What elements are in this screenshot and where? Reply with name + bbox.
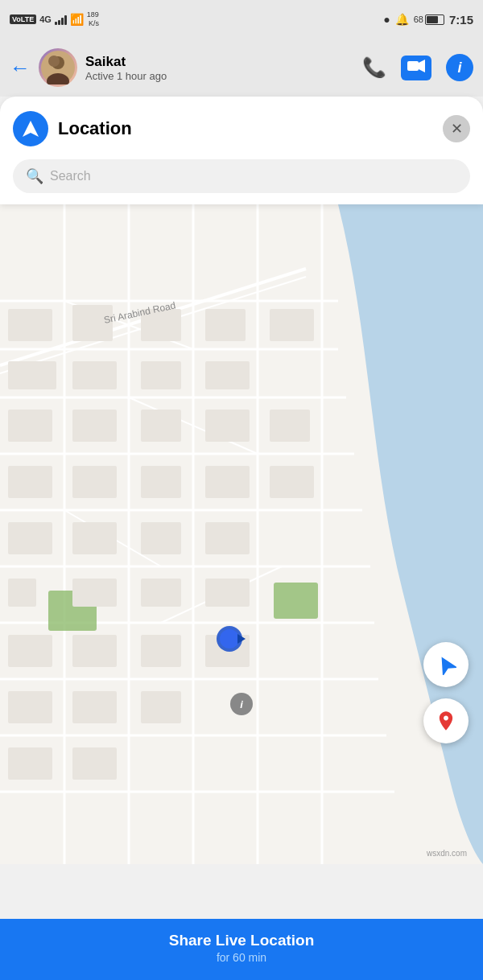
search-bar[interactable]: 🔍 Search: [13, 159, 470, 193]
location-status-icon: ●: [383, 13, 390, 26]
search-icon: 🔍: [26, 167, 43, 185]
svg-rect-32: [72, 361, 117, 389]
svg-rect-36: [205, 361, 250, 389]
svg-rect-62: [141, 691, 181, 723]
close-button[interactable]: ✕: [443, 115, 470, 142]
battery-box: [425, 14, 444, 25]
bar2: [58, 20, 60, 25]
back-button[interactable]: ←: [10, 56, 31, 80]
map-info-chip[interactable]: i: [230, 693, 253, 715]
speed-text: 189 K/s: [87, 10, 99, 28]
svg-rect-48: [8, 522, 52, 554]
signal-bars: [55, 14, 67, 25]
svg-point-67: [220, 629, 239, 649]
video-call-button[interactable]: [401, 56, 431, 80]
generation-label: 4G: [39, 14, 52, 24]
svg-rect-42: [270, 410, 310, 442]
contact-status: Active 1 hour ago: [85, 70, 354, 82]
volte-badge: VoLTE: [10, 14, 36, 24]
svg-rect-57: [72, 635, 117, 667]
svg-rect-41: [205, 410, 250, 442]
svg-rect-37: [270, 309, 314, 341]
svg-rect-29: [8, 309, 52, 341]
pin-fab-button[interactable]: [423, 698, 469, 743]
battery-fill: [427, 16, 438, 23]
wifi-icon: 📶: [70, 13, 84, 26]
svg-rect-35: [205, 309, 246, 341]
close-icon: ✕: [451, 120, 463, 138]
bell-icon: 🔔: [395, 13, 409, 26]
svg-marker-6: [23, 121, 39, 137]
map-container[interactable]: Sri Arabind Road wsxdn.com i: [0, 204, 483, 864]
chat-header: ← Saikat Active 1 hour ago 📞 i: [0, 39, 483, 97]
svg-rect-54: [141, 579, 181, 607]
svg-rect-64: [72, 747, 117, 780]
svg-rect-38: [8, 410, 52, 442]
avatar: [39, 48, 77, 87]
svg-rect-44: [72, 466, 117, 498]
svg-rect-34: [141, 361, 181, 389]
svg-rect-4: [407, 61, 419, 71]
svg-rect-50: [141, 522, 181, 554]
map-svg: Sri Arabind Road wsxdn.com: [0, 204, 483, 864]
svg-rect-40: [141, 410, 181, 442]
call-button[interactable]: 📞: [362, 56, 386, 79]
status-bar: VoLTE 4G 📶 189 K/s ● 🔔 68 7:15: [0, 0, 483, 39]
svg-text:wsxdn.com: wsxdn.com: [426, 849, 467, 858]
location-panel: Location ✕ 🔍 Search: [0, 97, 483, 204]
svg-rect-58: [141, 635, 181, 667]
contact-info: Saikat Active 1 hour ago: [85, 54, 354, 82]
time-display: 7:15: [449, 13, 473, 27]
share-button-subtitle: for 60 min: [16, 951, 467, 964]
search-placeholder: Search: [50, 169, 91, 183]
location-header: Location ✕: [13, 111, 470, 146]
location-title: Location: [58, 118, 443, 139]
svg-rect-45: [141, 466, 181, 498]
navigation-fab-button[interactable]: [423, 642, 469, 687]
svg-rect-28: [274, 583, 318, 619]
svg-rect-47: [270, 466, 314, 498]
contact-name: Saikat: [85, 54, 354, 70]
svg-point-3: [48, 56, 60, 67]
svg-marker-5: [419, 60, 425, 72]
share-live-location-button[interactable]: Share Live Location for 60 min: [0, 919, 483, 980]
svg-rect-56: [8, 635, 52, 667]
svg-rect-52: [8, 579, 36, 607]
svg-rect-63: [8, 747, 52, 780]
svg-rect-39: [72, 410, 117, 442]
location-nav-icon: [13, 111, 48, 146]
status-left: VoLTE 4G 📶 189 K/s: [10, 10, 99, 28]
info-icon: i: [457, 60, 461, 76]
svg-rect-60: [8, 691, 52, 723]
share-button-title: Share Live Location: [16, 932, 467, 949]
svg-rect-49: [72, 522, 117, 554]
svg-rect-43: [8, 466, 52, 498]
info-button[interactable]: i: [446, 54, 473, 81]
header-actions: 📞 i: [362, 54, 473, 81]
svg-marker-70: [436, 654, 456, 675]
svg-rect-53: [72, 579, 117, 607]
status-right: ● 🔔 68 7:15: [383, 13, 473, 27]
svg-rect-55: [205, 579, 250, 607]
svg-rect-51: [205, 522, 250, 554]
svg-rect-46: [205, 466, 250, 498]
info-chip-label: i: [240, 698, 243, 710]
battery-container: 68: [414, 14, 444, 25]
bar4: [64, 15, 67, 25]
bar1: [55, 22, 57, 25]
battery-percent: 68: [414, 14, 423, 24]
svg-rect-61: [72, 691, 117, 723]
bar3: [61, 18, 64, 25]
svg-rect-31: [8, 361, 56, 389]
